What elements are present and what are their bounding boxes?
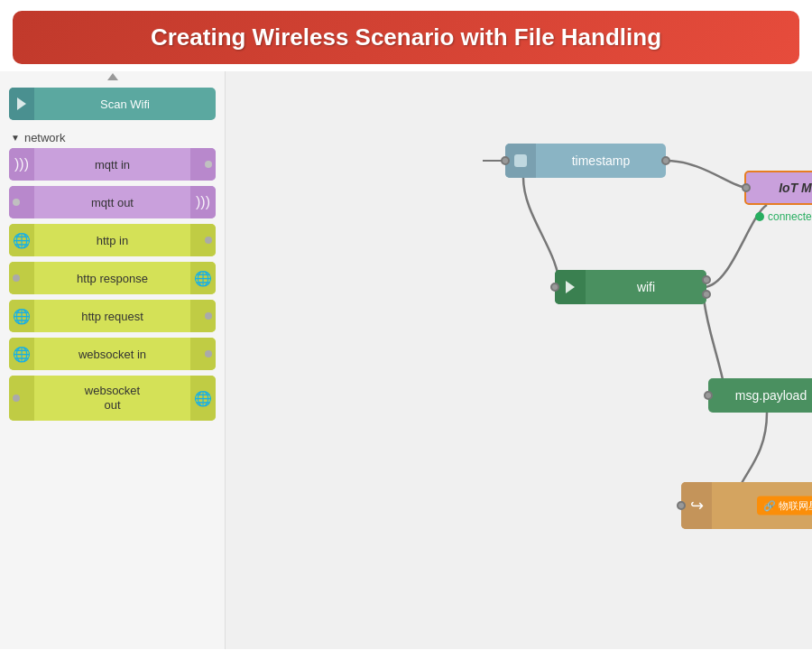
mqtt-out-label: mqtt out xyxy=(34,186,190,218)
status-text: connected xyxy=(768,210,812,223)
network-section-label: network xyxy=(24,131,66,144)
wifi-label: wifi xyxy=(586,280,706,294)
network-section-header[interactable]: ▼ network xyxy=(9,125,216,148)
scan-wifi-icon-left xyxy=(9,88,34,120)
mqtt-out-icon-left xyxy=(9,186,34,218)
flow-canvas: timestamp IoT MQTT ))) connected xyxy=(226,71,812,649)
main-container: Scan Wifi ▼ network ))) mqtt in mqtt out… xyxy=(0,71,812,649)
sidebar-item-scan-wifi[interactable]: Scan Wifi xyxy=(9,88,216,120)
websocket-out-icon-right: 🌐 xyxy=(190,376,216,421)
iot-mqtt-input-port[interactable] xyxy=(742,183,751,192)
flow-node-wifi[interactable]: wifi xyxy=(555,270,706,304)
timestamp-icon-left xyxy=(505,144,536,178)
wave-icon-right: ))) xyxy=(196,194,210,210)
watermark-badge: 🔗 物联网星球 xyxy=(757,497,812,515)
timestamp-label: timestamp xyxy=(536,153,666,168)
websocket-out-label: websocketout xyxy=(34,376,190,421)
flow-node-iot-mqtt[interactable]: IoT MQTT ))) connected xyxy=(744,171,812,205)
sidebar-item-http-in[interactable]: 🌐 http in xyxy=(9,224,216,256)
wifi-output-port-2[interactable] xyxy=(702,290,711,299)
sidebar-item-websocket-in[interactable]: 🌐 websocket in xyxy=(9,338,216,370)
flow-node-msg-payload[interactable]: msg.payload xyxy=(708,378,812,413)
globe-icon: 🌐 xyxy=(13,232,31,249)
wifi-output-port-1[interactable] xyxy=(702,275,711,284)
http-in-icon-right xyxy=(190,224,216,256)
websocket-in-icon-left: 🌐 xyxy=(9,338,34,370)
flow-node-timestamp[interactable]: timestamp xyxy=(505,144,666,178)
timestamp-square-icon xyxy=(514,154,527,167)
http-in-label: http in xyxy=(34,224,190,256)
status-dot xyxy=(755,212,764,221)
globe-icon: 🌐 xyxy=(13,346,31,363)
http-request-icon-right xyxy=(190,300,216,332)
mqtt-in-icon-left: ))) xyxy=(9,148,34,181)
watermark-text: 🔗 物联网星球 xyxy=(763,500,812,511)
iot-mqtt-label: IoT MQTT xyxy=(746,181,812,195)
http-request-icon-left: 🌐 xyxy=(9,300,34,332)
timestamp-output-port[interactable] xyxy=(661,156,670,165)
sidebar-item-http-request[interactable]: 🌐 http request xyxy=(9,300,216,332)
websocket-in-icon-right xyxy=(190,338,216,370)
websocket-in-label: websocket in xyxy=(34,338,190,370)
msg-payload-label: msg.payload xyxy=(708,388,812,403)
globe-icon: 🌐 xyxy=(13,308,31,325)
mqtt-out-icon-right: ))) xyxy=(190,186,216,218)
e-input-port[interactable] xyxy=(677,501,686,510)
mqtt-in-icon-right xyxy=(190,148,216,181)
sidebar-item-mqtt-out[interactable]: mqtt out ))) xyxy=(9,186,216,218)
http-response-icon-left xyxy=(9,262,34,294)
sidebar-item-websocket-out[interactable]: websocketout 🌐 xyxy=(9,376,216,421)
arrow-icon xyxy=(17,98,26,110)
http-in-icon-left: 🌐 xyxy=(9,224,34,256)
iot-mqtt-status: connected xyxy=(755,210,812,223)
flow-node-e[interactable]: ↪ e: 🔗 物联网星球 xyxy=(681,482,812,529)
sidebar-item-http-response[interactable]: http response 🌐 xyxy=(9,262,216,294)
http-request-label: http request xyxy=(34,300,190,332)
page-header: Creating Wireless Scenario with File Han… xyxy=(13,11,799,64)
globe-icon-right: 🌐 xyxy=(194,270,212,287)
e-icon-left: ↪ xyxy=(681,482,712,529)
http-response-label: http response xyxy=(34,262,190,294)
timestamp-input-port[interactable] xyxy=(501,156,510,165)
wave-icon: ))) xyxy=(14,156,29,172)
msg-payload-input-port[interactable] xyxy=(704,391,713,400)
page-title: Creating Wireless Scenario with File Han… xyxy=(151,23,661,51)
wifi-arrow-icon xyxy=(566,281,575,293)
globe-icon-right: 🌐 xyxy=(194,390,212,407)
wifi-icon-left xyxy=(555,270,586,304)
websocket-out-icon-left xyxy=(9,376,34,421)
chevron-icon: ▼ xyxy=(11,133,20,143)
scroll-up-indicator xyxy=(107,73,118,80)
scan-wifi-label: Scan Wifi xyxy=(34,88,216,120)
http-response-icon-right: 🌐 xyxy=(190,262,216,294)
wifi-input-port[interactable] xyxy=(550,283,559,292)
e-arrow-icon: ↪ xyxy=(690,496,704,515)
sidebar: Scan Wifi ▼ network ))) mqtt in mqtt out… xyxy=(0,71,226,649)
sidebar-item-mqtt-in[interactable]: ))) mqtt in xyxy=(9,148,216,181)
mqtt-in-label: mqtt in xyxy=(34,148,190,181)
